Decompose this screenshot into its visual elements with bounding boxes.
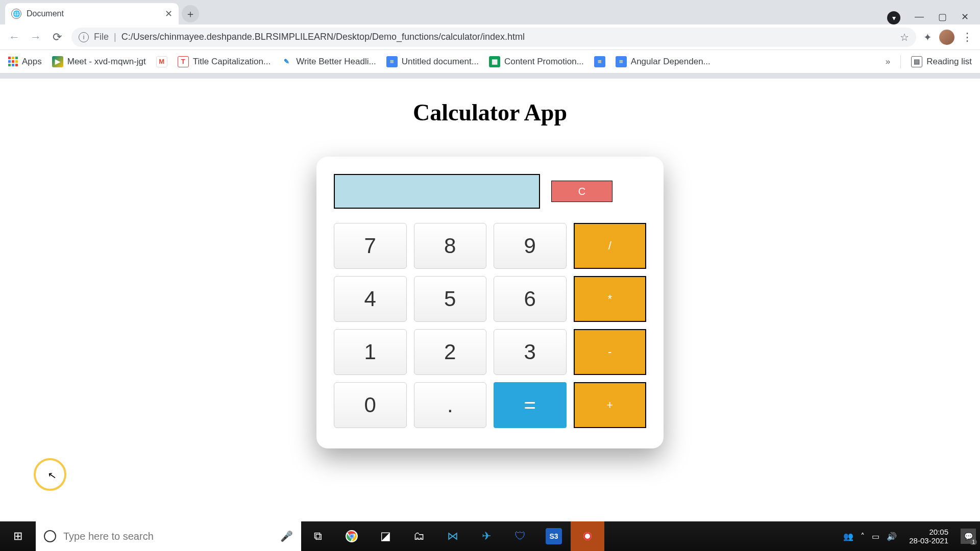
notif-badge: 1: [970, 539, 977, 545]
keypad: 7 8 9 / 4 5 6 * 1 2 3 - 0 . = +: [334, 223, 646, 428]
bookmarks-overflow[interactable]: »: [886, 57, 890, 67]
key-dot[interactable]: .: [414, 382, 487, 428]
reload-icon[interactable]: ⟳: [50, 31, 64, 44]
extensions-icon[interactable]: ✦: [923, 31, 932, 43]
tab-strip: 🌐 Document ✕ ＋ ▾ — ▢ ✕: [0, 0, 980, 24]
tray-date: 28-03-2021: [909, 536, 948, 545]
tray-chevron-up-icon[interactable]: ˄: [861, 532, 865, 541]
bookmark-content-promotion[interactable]: ▦ Content Promotion...: [489, 56, 584, 67]
apps-grid-icon: [8, 57, 18, 66]
bookmark-meet[interactable]: ▶ Meet - xvd-mqwn-jgt: [52, 56, 146, 67]
sheets-icon: ▦: [489, 56, 500, 67]
taskbar-vscode-icon[interactable]: ⋈: [436, 521, 470, 551]
omnibox[interactable]: i File | C:/Users/chinmayee.deshpande.BL…: [71, 28, 916, 47]
taskbar-s3-icon[interactable]: S3: [546, 528, 562, 544]
divider: [900, 55, 901, 68]
bookmark-label: Angular Dependen...: [631, 57, 710, 67]
docs-icon: ≡: [386, 56, 398, 67]
taskbar-app-icon[interactable]: ◪: [369, 521, 402, 551]
key-equals[interactable]: =: [494, 382, 567, 428]
key-6[interactable]: 6: [494, 276, 567, 322]
overflow-label: »: [886, 57, 890, 67]
taskbar-telegram-icon[interactable]: ✈: [470, 521, 503, 551]
taskbar-recorder-icon[interactable]: [571, 521, 604, 551]
calc-display[interactable]: [334, 174, 540, 209]
key-multiply[interactable]: *: [574, 276, 647, 322]
key-0[interactable]: 0: [334, 382, 407, 428]
bookmark-doc-generic-1[interactable]: ≡: [594, 56, 605, 67]
browser-tab[interactable]: 🌐 Document ✕: [5, 3, 179, 24]
taskbar-search-input[interactable]: [63, 531, 273, 542]
headlines-icon: ✎: [281, 56, 292, 67]
bookmark-star-icon[interactable]: ☆: [900, 31, 909, 43]
bookmark-gmail[interactable]: M: [156, 56, 167, 67]
bookmark-angular-dependencies[interactable]: ≡ Angular Dependen...: [616, 56, 710, 67]
taskbar-search[interactable]: 🎤: [36, 521, 301, 551]
page-content: Calculator App C 7 8 9 / 4 5 6 * 1 2 3 -…: [0, 79, 980, 521]
url-scheme: File: [94, 32, 109, 42]
mic-icon[interactable]: 🎤: [280, 530, 293, 542]
key-4[interactable]: 4: [334, 276, 407, 322]
system-tray: 👥 ˄ ▭ 🔊 20:05 28-03-2021 💬1: [839, 528, 980, 545]
site-info-icon[interactable]: i: [79, 32, 89, 42]
bookmark-label: Write Better Headli...: [296, 57, 376, 67]
key-5[interactable]: 5: [414, 276, 487, 322]
task-view-icon[interactable]: ⧉: [301, 521, 335, 551]
bookmarks-bar: Apps ▶ Meet - xvd-mqwn-jgt M T Title Cap…: [0, 50, 980, 73]
address-bar-row: ← → ⟳ i File | C:/Users/chinmayee.deshpa…: [0, 24, 980, 50]
maximize-icon[interactable]: ▢: [938, 11, 947, 24]
close-window-icon[interactable]: ✕: [961, 11, 969, 24]
profile-badge-icon[interactable]: ▾: [887, 11, 900, 24]
menu-kebab-icon[interactable]: ⋮: [962, 31, 973, 44]
bookmark-title-capitalization[interactable]: T Title Capitalization...: [178, 56, 271, 67]
taskbar-security-icon[interactable]: 🛡: [503, 521, 537, 551]
bookmark-label: Apps: [22, 57, 42, 67]
tray-notifications-icon[interactable]: 💬1: [961, 529, 976, 544]
key-subtract[interactable]: -: [574, 329, 647, 375]
close-tab-icon[interactable]: ✕: [165, 8, 173, 19]
key-add[interactable]: +: [574, 382, 647, 428]
bookmark-apps[interactable]: Apps: [8, 57, 42, 67]
key-2[interactable]: 2: [414, 329, 487, 375]
bookmark-reading-list[interactable]: ▤ Reading list: [911, 56, 972, 67]
tray-people-icon[interactable]: 👥: [843, 532, 853, 541]
key-3[interactable]: 3: [494, 329, 567, 375]
key-9[interactable]: 9: [494, 223, 567, 269]
bookmark-label: Reading list: [926, 57, 972, 67]
forward-icon[interactable]: →: [29, 31, 43, 44]
docs-icon: ≡: [616, 56, 627, 67]
url-separator: |: [114, 32, 116, 42]
key-1[interactable]: 1: [334, 329, 407, 375]
gmail-icon: M: [156, 56, 167, 67]
start-button[interactable]: ⊞: [0, 521, 36, 551]
url-path: C:/Users/chinmayee.deshpande.BLRSIMPLILE…: [121, 32, 525, 42]
tab-title: Document: [27, 9, 160, 18]
clear-button[interactable]: C: [551, 181, 612, 202]
new-tab-button[interactable]: ＋: [182, 5, 199, 22]
windows-taskbar: ⊞ 🎤 ⧉ ◪ 🗂 ⋈ ✈ 🛡 S3 👥 ˄: [0, 521, 980, 551]
bookmark-label: Content Promotion...: [504, 57, 584, 67]
bookmark-headlines[interactable]: ✎ Write Better Headli...: [281, 56, 376, 67]
tray-time: 20:05: [909, 528, 948, 536]
svg-point-2: [350, 535, 353, 538]
display-row: C: [334, 174, 646, 209]
bookmark-label: Title Capitalization...: [193, 57, 271, 67]
minimize-icon[interactable]: —: [915, 11, 924, 24]
back-icon[interactable]: ←: [7, 31, 21, 44]
bookmark-label: Untitled document...: [402, 57, 479, 67]
key-7[interactable]: 7: [334, 223, 407, 269]
key-divide[interactable]: /: [574, 223, 647, 269]
taskbar-apps: ⧉ ◪ 🗂 ⋈ ✈ 🛡 S3: [301, 521, 604, 551]
cortana-icon: [44, 530, 56, 542]
taskbar-file-explorer-icon[interactable]: 🗂: [402, 521, 436, 551]
tray-volume-icon[interactable]: 🔊: [887, 532, 897, 541]
title-cap-icon: T: [178, 56, 189, 67]
chrome-svg-icon: [345, 530, 358, 543]
profile-avatar[interactable]: [939, 30, 954, 45]
tray-battery-icon[interactable]: ▭: [872, 532, 879, 541]
key-8[interactable]: 8: [414, 223, 487, 269]
browser-chrome: 🌐 Document ✕ ＋ ▾ — ▢ ✕ ← → ⟳ i File | C:…: [0, 0, 980, 79]
tray-clock[interactable]: 20:05 28-03-2021: [904, 528, 953, 545]
bookmark-untitled-doc[interactable]: ≡ Untitled document...: [386, 56, 479, 67]
taskbar-chrome-icon[interactable]: [335, 521, 369, 551]
